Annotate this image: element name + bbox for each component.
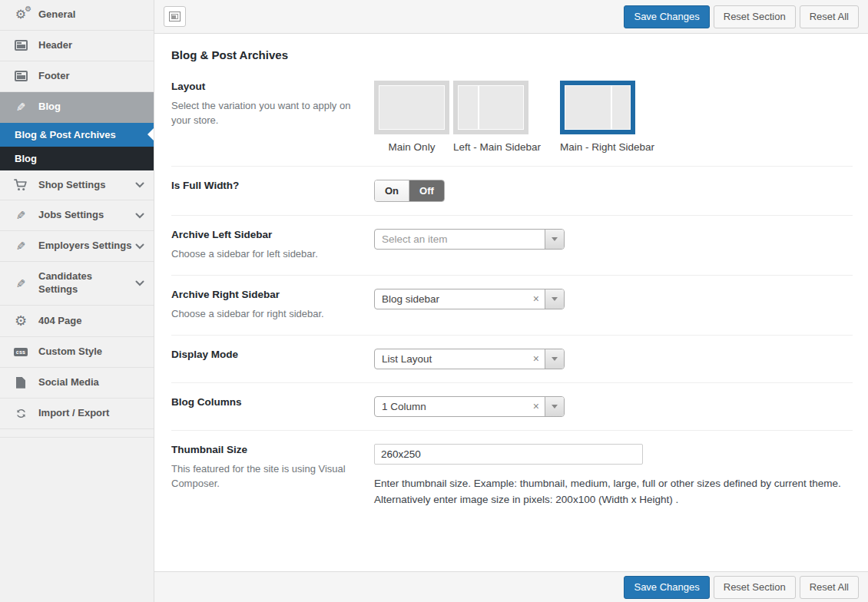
archive-left-description: Choose a sidebar for left sidebar.: [171, 247, 356, 262]
gear-icon: ⚙: [12, 314, 29, 328]
chevron-down-icon: [135, 280, 144, 286]
toggle-on-option[interactable]: On: [375, 180, 409, 201]
sidebar-item-label: General: [38, 8, 144, 22]
sidebar-item-header[interactable]: Header: [0, 31, 154, 61]
archive-right-select[interactable]: Blog sidebar ×: [374, 289, 565, 309]
current-item-arrow: [147, 128, 154, 141]
top-toolbar: Save Changes Reset Section Reset All: [154, 0, 868, 34]
toggle-off-option[interactable]: Off: [409, 180, 444, 201]
display-mode-select[interactable]: List Layout ×: [374, 349, 565, 369]
pencil-icon: ✎: [12, 101, 29, 113]
archive-left-label: Archive Left Sidebar: [171, 229, 356, 240]
sidebar-item-jobs-settings[interactable]: ✎Jobs Settings: [0, 200, 154, 231]
blog-columns-label: Blog Columns: [171, 396, 356, 408]
form-row-thumbnail-size: Thumbnail Size This featured for the sit…: [171, 431, 853, 521]
sidebar-item-label: Candidates Settings: [38, 270, 132, 296]
sidebar-item-label: Footer: [38, 70, 144, 83]
pencil-icon: ✎: [12, 210, 29, 221]
form-row-archive-right-sidebar: Archive Right Sidebar Choose a sidebar f…: [171, 276, 853, 336]
gears-icon: ⚙⚙: [12, 8, 29, 21]
save-changes-button[interactable]: Save Changes: [624, 5, 709, 28]
layout-label: Layout: [171, 81, 356, 92]
sidebar-subitem-label: Blog & Post Archives: [15, 129, 116, 141]
sidebar-spacer: [0, 429, 154, 438]
form-row-layout: Layout Select the variation you want to …: [171, 68, 853, 167]
form-row-full-width: Is Full Width? On Off: [171, 167, 853, 216]
sidebar-item-social-media[interactable]: Social Media: [0, 368, 154, 399]
clear-icon[interactable]: ×: [528, 353, 545, 364]
display-mode-label: Display Mode: [171, 349, 356, 360]
clear-icon[interactable]: ×: [528, 401, 545, 412]
layout-description: Select the variation you want to apply o…: [171, 99, 356, 128]
blog-columns-select-value: 1 Column: [375, 401, 528, 412]
form-row-archive-left-sidebar: Archive Left Sidebar Choose a sidebar fo…: [171, 216, 853, 276]
clear-icon[interactable]: ×: [528, 293, 545, 304]
sidebar-item-blog[interactable]: ✎Blog: [0, 92, 154, 123]
sidebar-item-employers-settings[interactable]: ✎Employers Settings: [0, 231, 154, 262]
sidebar-item-label: Header: [38, 39, 144, 52]
reset-section-button-bottom[interactable]: Reset Section: [714, 576, 796, 599]
sidebar-item-candidates-settings[interactable]: ✎Candidates Settings: [0, 262, 154, 306]
sidebar-item-404-page[interactable]: ⚙404 Page: [0, 306, 154, 337]
dropdown-arrow-icon[interactable]: [545, 397, 564, 416]
css-icon: css: [12, 348, 29, 356]
thumbnail-size-description: This featured for the site is using Visu…: [171, 462, 356, 491]
sidebar-item-shop-settings[interactable]: Shop Settings: [0, 170, 154, 201]
page-icon: [12, 377, 29, 389]
sidebar-item-label: Employers Settings: [38, 240, 132, 253]
sidebar-item-label: Social Media: [38, 376, 144, 389]
sidebar-item-custom-style[interactable]: cssCustom Style: [0, 337, 154, 368]
settings-sidebar: ⚙⚙GeneralHeaderFooter✎BlogBlog & Post Ar…: [0, 0, 154, 602]
full-width-label: Is Full Width?: [171, 180, 356, 191]
layout-option-left-main-sidebar[interactable]: Left - Main Sidebar: [453, 81, 541, 153]
thumbnail-size-input[interactable]: [374, 444, 643, 465]
layout-option-main-right-sidebar[interactable]: Main - Right Sidebar: [560, 81, 654, 153]
archive-left-select[interactable]: Select an item: [374, 229, 565, 250]
thumbnail-size-label: Thumbnail Size: [171, 444, 356, 455]
sidebar-item-footer[interactable]: Footer: [0, 61, 154, 92]
sync-icon: [12, 408, 29, 419]
dropdown-arrow-icon[interactable]: [545, 349, 564, 369]
sidebar-subitem-label: Blog: [15, 153, 37, 164]
panel-icon: [12, 71, 29, 81]
sidebar-subitem-blog[interactable]: Blog: [0, 147, 154, 170]
layout-options: Main OnlyLeft - Main SidebarMain - Right…: [374, 81, 853, 153]
chevron-down-icon: [135, 213, 144, 219]
sidebar-item-label: Custom Style: [38, 346, 144, 359]
chevron-down-icon: [135, 243, 144, 250]
reset-all-button-bottom[interactable]: Reset All: [800, 576, 859, 599]
page-title: Blog & Post Archives: [171, 34, 853, 68]
sidebar-item-label: Jobs Settings: [38, 209, 132, 222]
form-row-blog-columns: Blog Columns 1 Column ×: [171, 383, 853, 431]
blog-columns-select[interactable]: 1 Column ×: [374, 396, 565, 417]
save-changes-button-bottom[interactable]: Save Changes: [624, 576, 709, 599]
thumbnail-size-help: Enter thumbnail size. Example: thumbnail…: [374, 476, 853, 508]
chevron-down-icon: [135, 182, 144, 188]
sidebar-item-import-export[interactable]: Import / Export: [0, 399, 154, 429]
pencil-icon: ✎: [12, 278, 29, 289]
dropdown-arrow-icon[interactable]: [545, 230, 564, 249]
settings-content: Blog & Post Archives Layout Select the v…: [154, 34, 868, 571]
form-row-display-mode: Display Mode List Layout ×: [171, 336, 853, 383]
archive-right-select-value: Blog sidebar: [375, 293, 528, 305]
archive-right-description: Choose a sidebar for right sidebar.: [171, 307, 356, 322]
pencil-icon: ✎: [12, 240, 29, 252]
panel-layout-button[interactable]: [164, 6, 186, 27]
archive-right-label: Archive Right Sidebar: [171, 289, 356, 300]
display-mode-select-value: List Layout: [375, 353, 528, 365]
dropdown-arrow-icon[interactable]: [545, 289, 564, 309]
reset-section-button[interactable]: Reset Section: [714, 5, 796, 28]
reset-all-button[interactable]: Reset All: [800, 5, 859, 28]
sidebar-item-label: Shop Settings: [38, 179, 132, 192]
sidebar-subitem-blog-post-archives[interactable]: Blog & Post Archives: [0, 123, 154, 147]
sidebar-item-general[interactable]: ⚙⚙General: [0, 0, 154, 31]
full-width-toggle[interactable]: On Off: [374, 180, 445, 202]
sidebar-item-label: 404 Page: [38, 315, 144, 328]
sidebar-item-label: Blog: [38, 101, 144, 114]
panel-icon: [12, 40, 29, 51]
cart-icon: [12, 179, 29, 191]
sidebar-item-label: Import / Export: [38, 407, 144, 420]
bottom-toolbar: Save Changes Reset Section Reset All: [154, 571, 868, 602]
layout-icon: [169, 12, 181, 22]
layout-option-main-only[interactable]: Main Only: [374, 81, 449, 153]
